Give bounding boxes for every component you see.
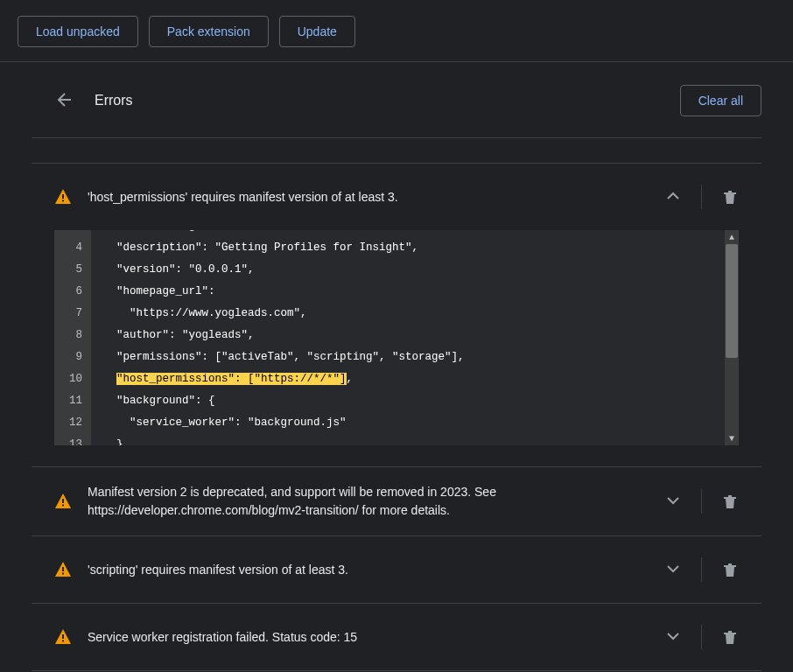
- warning-icon: [54, 188, 72, 206]
- error-item: Manifest version 2 is deprecated, and su…: [32, 467, 761, 536]
- code-line: "https://www.yogleads.com",: [103, 303, 465, 325]
- page-header: Errors Clear all: [32, 80, 761, 137]
- separator: [701, 489, 702, 514]
- line-gutter: 345678910111213: [54, 230, 91, 445]
- warning-icon: [54, 493, 72, 510]
- error-message: 'scripting' requires manifest version of…: [88, 561, 640, 579]
- code-line: "background": {: [103, 390, 465, 412]
- errors-list: 'host_permissions' requires manifest ver…: [32, 164, 761, 672]
- code-line: "description": "Getting Profiles for Ins…: [103, 237, 465, 259]
- load-unpacked-button[interactable]: Load unpacked: [18, 16, 138, 47]
- error-message: 'host_permissions' requires manifest ver…: [88, 188, 640, 206]
- error-message: Manifest version 2 is deprecated, and su…: [88, 483, 640, 520]
- trash-icon[interactable]: [712, 620, 747, 654]
- error-item: 'host_permissions' requires manifest ver…: [32, 164, 761, 466]
- toolbar: Load unpacked Pack extension Update: [0, 0, 793, 62]
- separator: [701, 185, 702, 209]
- code-lines: "name": "Yog - Hire360", "description": …: [91, 230, 465, 445]
- scroll-thumb[interactable]: [726, 244, 738, 358]
- error-item-header[interactable]: 'scripting' requires manifest version of…: [39, 536, 754, 603]
- error-item-header[interactable]: Manifest version 2 is deprecated, and su…: [39, 467, 754, 536]
- chevron-up-icon[interactable]: [656, 179, 691, 214]
- clear-all-button[interactable]: Clear all: [680, 85, 761, 116]
- scroll-down-icon[interactable]: ▼: [725, 431, 739, 445]
- chevron-down-icon[interactable]: [656, 552, 691, 587]
- chevron-down-icon[interactable]: [656, 620, 691, 654]
- code-line: "name": "Yog - Hire360",: [103, 230, 465, 237]
- code-line: "author": "yogleads",: [103, 325, 465, 346]
- update-button[interactable]: Update: [279, 16, 355, 47]
- code-panel: 345678910111213 "name": "Yog - Hire360",…: [54, 230, 739, 445]
- code-line: "homepage_url":: [103, 281, 465, 303]
- error-item: 'scripting' requires manifest version of…: [32, 536, 761, 603]
- page-title: Errors: [95, 93, 659, 108]
- back-arrow-icon[interactable]: [54, 91, 74, 110]
- code-line: "host_permissions": ["https://*/*"],: [103, 368, 465, 390]
- scroll-up-icon[interactable]: ▲: [725, 230, 739, 244]
- separator: [701, 557, 702, 582]
- chevron-down-icon[interactable]: [656, 484, 691, 519]
- scrollbar[interactable]: ▲▼: [725, 230, 739, 445]
- code-line: }: [103, 434, 465, 445]
- code-line: "version": "0.0.0.1",: [103, 259, 465, 281]
- warning-icon: [54, 628, 72, 646]
- warning-icon: [54, 561, 72, 578]
- error-item-header[interactable]: 'host_permissions' requires manifest ver…: [39, 164, 754, 230]
- error-item-header[interactable]: Service worker registration failed. Stat…: [39, 604, 754, 670]
- pack-extension-button[interactable]: Pack extension: [149, 16, 269, 47]
- code-line: "service_worker": "background.js": [103, 412, 465, 434]
- trash-icon[interactable]: [712, 552, 747, 587]
- trash-icon[interactable]: [712, 179, 747, 214]
- trash-icon[interactable]: [712, 484, 747, 519]
- error-message: Service worker registration failed. Stat…: [88, 628, 640, 647]
- error-item: Service worker registration failed. Stat…: [32, 604, 761, 670]
- separator: [701, 625, 702, 649]
- code-line: "permissions": ["activeTab", "scripting"…: [103, 346, 465, 368]
